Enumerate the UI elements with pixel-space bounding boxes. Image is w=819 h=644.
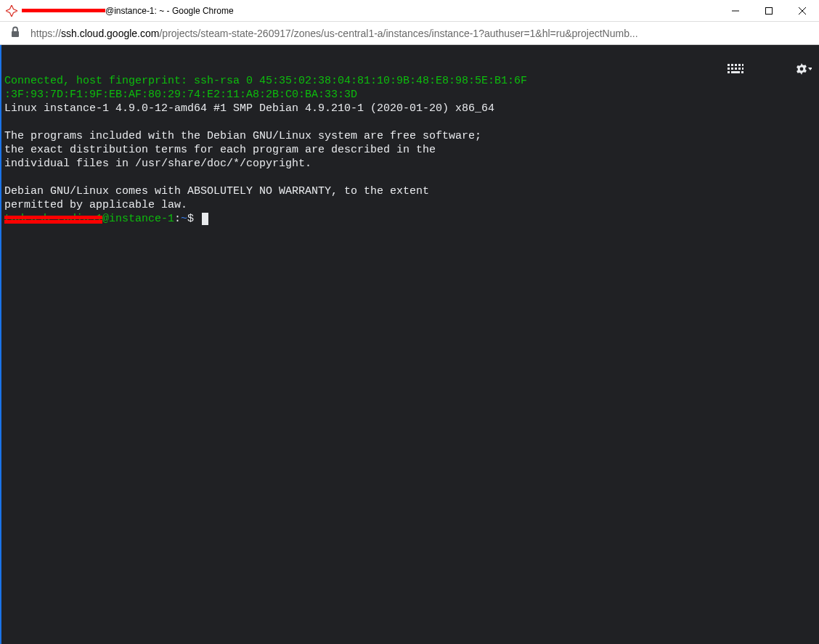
svg-rect-13	[738, 68, 741, 70]
ssh-terminal[interactable]: Connected, host fingerprint: ssh-rsa 0 4…	[0, 45, 819, 644]
terminal-line: individual files in /usr/share/doc/*/cop…	[4, 158, 311, 170]
svg-rect-1	[766, 7, 773, 14]
app-icon	[6, 5, 17, 17]
prompt-host: @instance-1	[102, 213, 174, 225]
svg-rect-15	[728, 71, 730, 73]
terminal-line: permitted by applicable law.	[4, 199, 187, 211]
window-title: @instance-1: ~ - Google Chrome	[22, 6, 719, 16]
window-title-bar: @instance-1: ~ - Google Chrome	[0, 0, 819, 22]
address-bar: https://ssh.cloud.google.com/projects/st…	[0, 22, 819, 45]
url-host: ssh.cloud.google.com	[61, 28, 159, 39]
svg-rect-17	[741, 71, 743, 73]
terminal-line: The programs included with the Debian GN…	[4, 130, 481, 142]
keyboard-icon[interactable]	[688, 50, 743, 92]
svg-rect-16	[731, 71, 740, 73]
window-controls	[719, 0, 819, 21]
terminal-line: :3F:93:7D:F1:9F:EB:AF:80:29:74:E2:11:A8:…	[4, 89, 357, 101]
url[interactable]: https://ssh.cloud.google.com/projects/st…	[30, 28, 812, 39]
svg-rect-14	[742, 68, 743, 70]
redacted-text	[22, 9, 105, 12]
url-path: /projects/steam-state-260917/zones/us-ce…	[159, 28, 637, 39]
close-button[interactable]	[786, 0, 819, 21]
svg-rect-4	[12, 31, 19, 37]
svg-rect-8	[738, 64, 741, 66]
terminal-line: Debian GNU/Linux comes with ABSOLUTELY N…	[4, 185, 429, 197]
svg-rect-11	[731, 68, 733, 70]
terminal-line: Connected, host fingerprint: ssh-rsa 0 4…	[4, 75, 527, 87]
lock-icon[interactable]	[10, 26, 20, 41]
prompt-user: tadeush_radius1	[4, 212, 102, 226]
svg-rect-9	[742, 64, 743, 66]
svg-rect-6	[731, 64, 733, 66]
minimize-button[interactable]	[719, 0, 752, 21]
terminal-line: the exact distribution terms for each pr…	[4, 144, 436, 156]
prompt-end: $	[187, 213, 200, 225]
maximize-button[interactable]	[752, 0, 786, 21]
title-suffix: @instance-1: ~ - Google Chrome	[105, 6, 234, 16]
url-scheme: https://	[30, 28, 61, 39]
svg-rect-12	[735, 68, 737, 70]
prompt-sep: :	[174, 213, 181, 225]
prompt-line: tadeush_radius1@instance-1:~$	[4, 213, 208, 225]
svg-rect-7	[735, 64, 737, 66]
gear-icon[interactable]	[757, 49, 812, 93]
terminal-toolbar	[688, 49, 812, 93]
terminal-line: Linux instance-1 4.9.0-12-amd64 #1 SMP D…	[4, 102, 494, 115]
prompt-path: ~	[181, 213, 187, 225]
svg-rect-10	[728, 68, 730, 70]
terminal-cursor	[202, 213, 208, 225]
svg-point-18	[800, 68, 804, 71]
svg-rect-5	[728, 64, 730, 66]
